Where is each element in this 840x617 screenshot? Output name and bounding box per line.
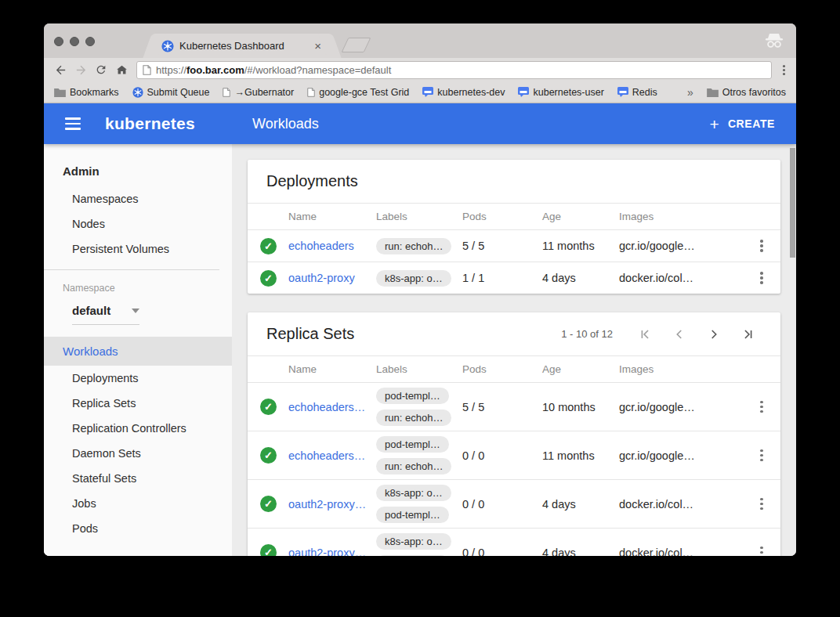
bookmark-item[interactable]: kubernetes-user: [518, 87, 603, 98]
plus-icon: +: [710, 116, 719, 132]
chevron-down-icon: [132, 308, 139, 313]
resource-link[interactable]: oauth2-proxy: [288, 272, 376, 284]
label-chip: pod-templ…: [376, 507, 449, 523]
resource-link[interactable]: echoheaders…: [288, 449, 376, 462]
browser-window: Kubernetes Dashboard ×: [44, 23, 796, 556]
create-button[interactable]: + CREATE: [710, 116, 775, 132]
first-page-button[interactable]: [632, 327, 658, 342]
browser-menu-button[interactable]: [778, 65, 790, 75]
hamburger-menu-icon[interactable]: [65, 117, 81, 130]
next-page-button[interactable]: [701, 327, 727, 342]
close-window-button[interactable]: [54, 37, 63, 46]
back-button[interactable]: [50, 60, 71, 79]
label-chip: run: echoh…: [376, 458, 451, 474]
label-chip: pod-templ…: [376, 436, 449, 453]
last-page-button[interactable]: [735, 327, 762, 342]
bookmark-item[interactable]: Redis: [617, 87, 657, 98]
sidebar-item-namespaces[interactable]: Namespaces: [44, 186, 232, 211]
row-actions-menu[interactable]: [760, 240, 763, 252]
kubernetes-icon: [132, 87, 143, 98]
bookmark-item[interactable]: →Gubernator: [223, 87, 294, 98]
forward-button[interactable]: [71, 60, 91, 79]
namespace-select[interactable]: default: [72, 304, 139, 325]
browser-tab-bar: Kubernetes Dashboard ×: [44, 23, 796, 58]
bookmark-item[interactable]: Bookmarks: [54, 87, 119, 98]
table-row: oauth2-proxy… k8s-app: o… pod-templ… 0 /…: [248, 529, 780, 556]
row-actions-menu[interactable]: [760, 449, 763, 462]
card-title: Replica Sets: [266, 325, 354, 343]
sidebar-item-stateful-sets[interactable]: Stateful Sets: [44, 466, 232, 491]
sidebar-item-nodes[interactable]: Nodes: [44, 211, 232, 236]
sidebar-item-deployments[interactable]: Deployments: [44, 366, 232, 391]
back-arrow-icon: [54, 63, 67, 77]
chat-icon: [422, 87, 433, 97]
page-scrollbar[interactable]: [790, 148, 795, 258]
pagination: 1 - 10 of 12: [561, 327, 762, 342]
last-page-icon: [741, 327, 755, 341]
label-chip: run: echoh…: [376, 238, 451, 254]
status-ok-icon: [260, 238, 277, 254]
table-row: echoheaders… pod-templ… run: echoh… 0 / …: [248, 431, 780, 480]
url-bar[interactable]: https://foo.bar.com/#/workload?namespace…: [136, 61, 772, 79]
forward-arrow-icon: [74, 63, 88, 77]
table-row: echoheaders… pod-templ… run: echoh… 5 / …: [248, 383, 780, 431]
bookmark-item[interactable]: kubernetes-dev: [422, 87, 505, 98]
sidebar-item-daemon-sets[interactable]: Daemon Sets: [44, 441, 232, 466]
minimize-window-button[interactable]: [70, 37, 79, 46]
table-row: oauth2-proxy… k8s-app: o… pod-templ… 0 /…: [248, 480, 780, 529]
page-title: Workloads: [252, 116, 319, 132]
sidebar-item-replica-sets[interactable]: Replica Sets: [44, 391, 232, 416]
tab-title: Kubernetes Dashboard: [179, 40, 313, 52]
browser-tab[interactable]: Kubernetes Dashboard ×: [155, 34, 329, 58]
label-chip: k8s-app: o…: [376, 270, 451, 287]
reload-icon: [95, 63, 107, 76]
label-chip: pod-templ…: [376, 555, 449, 556]
kubernetes-favicon-icon: [161, 40, 174, 52]
resource-link[interactable]: echoheaders…: [288, 401, 376, 413]
app-brand: kubernetes: [105, 114, 195, 133]
sidebar-item-persistent-volumes[interactable]: Persistent Volumes: [44, 236, 232, 262]
card-title: Deployments: [266, 172, 358, 190]
home-icon: [115, 63, 129, 77]
namespace-label: Namespace: [44, 283, 232, 294]
chevron-left-icon: [672, 327, 686, 341]
pagination-range: 1 - 10 of 12: [561, 328, 613, 340]
zoom-window-button[interactable]: [85, 37, 95, 46]
bookmark-item[interactable]: google-gce Test Grid: [307, 87, 409, 98]
bookmark-item[interactable]: Otros favoritos: [707, 87, 786, 98]
bookmark-item[interactable]: Submit Queue: [132, 87, 210, 98]
resource-link[interactable]: oauth2-proxy…: [288, 547, 376, 557]
table-header: Name Labels Pods Age Images: [248, 203, 780, 230]
sidebar-divider: [44, 269, 219, 270]
resource-link[interactable]: echoheaders: [288, 240, 376, 252]
url-text: https://foo.bar.com/#/workload?namespace…: [156, 64, 391, 76]
content-area: Admin Namespaces Nodes Persistent Volume…: [44, 144, 796, 556]
sidebar-item-jobs[interactable]: Jobs: [44, 491, 232, 516]
row-actions-menu[interactable]: [760, 547, 763, 556]
sidebar-item-admin[interactable]: Admin: [44, 157, 232, 186]
row-actions-menu[interactable]: [760, 498, 763, 511]
sidebar-item-workloads[interactable]: Workloads: [44, 337, 232, 366]
folder-icon: [54, 88, 66, 97]
reload-button[interactable]: [91, 60, 111, 79]
page-icon: [223, 88, 230, 97]
home-button[interactable]: [111, 60, 132, 79]
sidebar-item-pods[interactable]: Pods: [44, 516, 232, 541]
status-ok-icon: [260, 544, 277, 556]
sidebar-item-replication-controllers[interactable]: Replication Controllers: [44, 416, 232, 441]
bookmarks-overflow-button[interactable]: »: [687, 86, 693, 99]
status-ok-icon: [260, 399, 277, 415]
window-controls: [54, 37, 95, 46]
chevron-right-icon: [707, 327, 721, 341]
tab-close-icon[interactable]: ×: [313, 40, 323, 52]
sidebar: Admin Namespaces Nodes Persistent Volume…: [44, 144, 232, 556]
resource-link[interactable]: oauth2-proxy…: [288, 498, 376, 511]
status-ok-icon: [260, 270, 277, 287]
row-actions-menu[interactable]: [760, 272, 763, 284]
label-chip: k8s-app: o…: [376, 485, 451, 501]
page-icon: [307, 88, 315, 97]
new-tab-button[interactable]: [342, 38, 371, 52]
row-actions-menu[interactable]: [760, 401, 763, 413]
previous-page-button[interactable]: [666, 327, 693, 342]
screenshot-root: Kubernetes Dashboard ×: [0, 0, 840, 617]
